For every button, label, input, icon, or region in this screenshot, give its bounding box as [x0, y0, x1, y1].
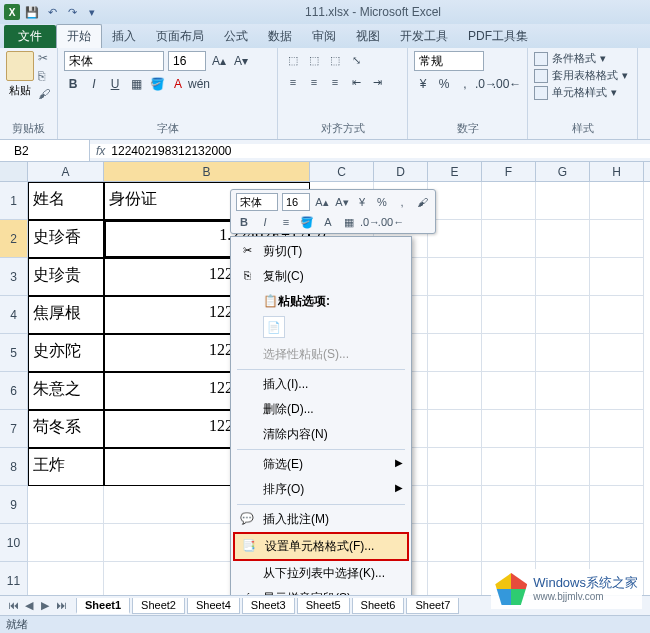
tab-home[interactable]: 开始 [56, 24, 102, 48]
cell-H1[interactable] [590, 182, 644, 220]
cell-E10[interactable] [428, 524, 482, 562]
font-size-box[interactable] [168, 51, 206, 71]
percent-icon[interactable]: % [435, 75, 453, 93]
cm-sort[interactable]: 排序(O)▶ [233, 477, 409, 502]
row-header[interactable]: 6 [0, 372, 28, 410]
indent-decrease-icon[interactable]: ⇤ [347, 73, 365, 91]
cm-insert[interactable]: 插入(I)... [233, 372, 409, 397]
cell-F4[interactable] [482, 296, 536, 334]
align-top-icon[interactable]: ⬚ [284, 51, 302, 69]
row-header[interactable]: 5 [0, 334, 28, 372]
cell-E2[interactable] [428, 220, 482, 258]
cell-A2[interactable]: 史珍香 [28, 220, 104, 258]
cm-copy[interactable]: ⎘复制(C) [233, 264, 409, 289]
formula-value[interactable]: 122402198312132000 [111, 144, 231, 158]
mini-comma-icon[interactable]: , [394, 194, 410, 210]
orientation-icon[interactable]: ⤡ [347, 51, 365, 69]
col-header-F[interactable]: F [482, 162, 536, 181]
copy-icon[interactable]: ⎘ [38, 69, 50, 83]
border-button[interactable]: ▦ [127, 75, 145, 93]
row-header[interactable]: 1 [0, 182, 28, 220]
cm-delete[interactable]: 删除(D)... [233, 397, 409, 422]
bold-button[interactable]: B [64, 75, 82, 93]
tab-insert[interactable]: 插入 [102, 25, 146, 48]
format-table-button[interactable]: 套用表格格式 ▾ [534, 68, 631, 83]
mini-font-name[interactable] [236, 193, 278, 211]
cell-E4[interactable] [428, 296, 482, 334]
cell-H9[interactable] [590, 486, 644, 524]
decrease-font-icon[interactable]: A▾ [232, 52, 250, 70]
cell-H4[interactable] [590, 296, 644, 334]
mini-format-painter-icon[interactable]: 🖌 [414, 194, 430, 210]
fill-color-button[interactable]: 🪣 [148, 75, 166, 93]
mini-bold-button[interactable]: B [236, 214, 252, 230]
comma-icon[interactable]: , [456, 75, 474, 93]
cell-E8[interactable] [428, 448, 482, 486]
row-header[interactable]: 2 [0, 220, 28, 258]
tab-page-layout[interactable]: 页面布局 [146, 25, 214, 48]
cell-F3[interactable] [482, 258, 536, 296]
cell-F8[interactable] [482, 448, 536, 486]
fx-icon[interactable]: fx [96, 144, 105, 158]
paste-option-icon[interactable]: 📄 [263, 316, 285, 338]
cm-format-cells[interactable]: 📑设置单元格格式(F)... [233, 532, 409, 561]
cell-G1[interactable] [536, 182, 590, 220]
col-header-G[interactable]: G [536, 162, 590, 181]
align-center-icon[interactable]: ≡ [305, 73, 323, 91]
cm-filter[interactable]: 筛选(E)▶ [233, 452, 409, 477]
sheet-tab[interactable]: Sheet3 [242, 598, 295, 614]
cell-G10[interactable] [536, 524, 590, 562]
qat-dropdown-icon[interactable]: ▾ [84, 4, 100, 20]
cell-G2[interactable] [536, 220, 590, 258]
cell-F10[interactable] [482, 524, 536, 562]
tab-review[interactable]: 审阅 [302, 25, 346, 48]
row-header[interactable]: 3 [0, 258, 28, 296]
file-tab[interactable]: 文件 [4, 25, 56, 48]
sheet-nav-first-icon[interactable]: ⏮ [6, 599, 20, 612]
cell-F6[interactable] [482, 372, 536, 410]
cell-A10[interactable] [28, 524, 104, 562]
cell-A5[interactable]: 史亦陀 [28, 334, 104, 372]
align-middle-icon[interactable]: ⬚ [305, 51, 323, 69]
cell-E5[interactable] [428, 334, 482, 372]
cell-H5[interactable] [590, 334, 644, 372]
row-header[interactable]: 8 [0, 448, 28, 486]
col-header-D[interactable]: D [374, 162, 428, 181]
cut-icon[interactable]: ✂ [38, 51, 50, 65]
cell-H6[interactable] [590, 372, 644, 410]
cell-E1[interactable] [428, 182, 482, 220]
cm-paste-special[interactable]: 选择性粘贴(S)... [233, 342, 409, 367]
mini-align-icon[interactable]: ≡ [278, 214, 294, 230]
cell-H8[interactable] [590, 448, 644, 486]
cell-H3[interactable] [590, 258, 644, 296]
cell-A7[interactable]: 苟冬系 [28, 410, 104, 448]
sheet-tab[interactable]: Sheet4 [187, 598, 240, 614]
cell-G9[interactable] [536, 486, 590, 524]
mini-font-size[interactable] [282, 193, 310, 211]
mini-font-color-icon[interactable]: A [320, 214, 336, 230]
row-header[interactable]: 4 [0, 296, 28, 334]
tab-pdf[interactable]: PDF工具集 [458, 25, 538, 48]
increase-font-icon[interactable]: A▴ [210, 52, 228, 70]
col-header-C[interactable]: C [310, 162, 374, 181]
sheet-tab[interactable]: Sheet1 [76, 598, 130, 614]
cell-G3[interactable] [536, 258, 590, 296]
mini-italic-button[interactable]: I [257, 214, 273, 230]
cm-insert-comment[interactable]: 💬插入批注(M) [233, 507, 409, 532]
indent-increase-icon[interactable]: ⇥ [368, 73, 386, 91]
cell-F1[interactable] [482, 182, 536, 220]
cell-E7[interactable] [428, 410, 482, 448]
cell-H7[interactable] [590, 410, 644, 448]
sheet-tab[interactable]: Sheet5 [297, 598, 350, 614]
sheet-tab[interactable]: Sheet7 [406, 598, 459, 614]
row-header[interactable]: 7 [0, 410, 28, 448]
cell-A3[interactable]: 史珍贵 [28, 258, 104, 296]
italic-button[interactable]: I [85, 75, 103, 93]
cm-clear[interactable]: 清除内容(N) [233, 422, 409, 447]
cell-A1[interactable]: 姓名 [28, 182, 104, 220]
mini-increase-font-icon[interactable]: A▴ [314, 194, 330, 210]
sheet-nav-last-icon[interactable]: ⏭ [54, 599, 68, 612]
cell-E3[interactable] [428, 258, 482, 296]
tab-developer[interactable]: 开发工具 [390, 25, 458, 48]
select-all-corner[interactable] [0, 162, 28, 181]
